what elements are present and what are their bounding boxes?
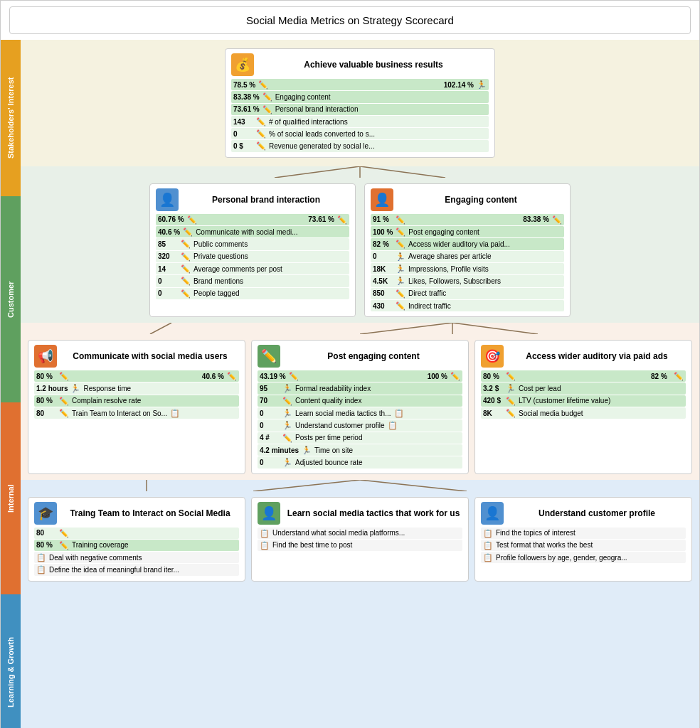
ec-icon-8: ✏️ bbox=[396, 301, 405, 311]
uc-metric-1: 📋 Find the topics of interest bbox=[481, 528, 686, 539]
ec-metric-8: 430 ✏️ Indirect traffic bbox=[371, 300, 564, 311]
pb-metric-3: 85 ✏️ Public comments bbox=[156, 238, 349, 250]
card-icon-money: 💰 bbox=[231, 53, 254, 76]
pe-metric-4: 0 🏃 Learn social media tactics th... 📋 bbox=[258, 407, 462, 419]
pe-label-2: Formal readability index bbox=[295, 384, 371, 393]
edit-icon-1a: ✏️ bbox=[258, 80, 268, 90]
card-title-row-ls: 👤 Learn social media tactics that work f… bbox=[258, 502, 462, 525]
card-title-pe: Post engaging content bbox=[285, 351, 462, 361]
ec-icon-5: 🏃 bbox=[396, 264, 405, 274]
comm-metric-3: 80 % ✏️ Complain resolve rate bbox=[34, 395, 239, 407]
card-post-engaging: ✏️ Post engaging content 43.19 % ✏️ 100 … bbox=[251, 340, 469, 473]
pb-icon-3: ✏️ bbox=[181, 239, 191, 249]
pe-metric-2: 95 🏃 Formal readability index bbox=[258, 382, 462, 394]
comm-val-3: 80 % bbox=[36, 396, 56, 405]
metric-val-3: 73.61 % bbox=[233, 105, 260, 114]
pb-val-1a: 60.76 % bbox=[158, 215, 184, 224]
connector-svg-cu-in bbox=[40, 323, 680, 334]
edit-icon-4: ✏️ bbox=[256, 117, 266, 127]
pb-icon-1b: ✏️ bbox=[337, 215, 347, 225]
pb-label-4: Private questions bbox=[193, 252, 248, 261]
band-label-customer: Customer bbox=[1, 196, 21, 402]
edit-icon-1b: 🏃 bbox=[477, 80, 487, 90]
card-access-wider: 🎯 Access wider auditory via paid ads 80 … bbox=[474, 340, 692, 473]
pe-metric-8: 0 🏃 Adjusted bounce rate bbox=[258, 456, 462, 468]
ls-doc-2: 📋 bbox=[260, 540, 270, 550]
pb-val-6: 0 bbox=[158, 277, 178, 286]
metric-row-4: 143 ✏️ # of qualified interactions bbox=[231, 116, 489, 127]
ec-icon-4: 🏃 bbox=[396, 252, 405, 262]
ls-label-2: Find the best time to post bbox=[272, 540, 352, 550]
pe-val-4: 0 bbox=[260, 409, 280, 418]
main-content: Stakeholders' Interest Customer Internal… bbox=[1, 40, 699, 728]
tr-val-1: 80 bbox=[36, 528, 56, 537]
card-learn-social: 👤 Learn social media tactics that work f… bbox=[251, 497, 469, 582]
tr-metric-3: 📋 Deal with negative comments bbox=[34, 552, 239, 563]
stakeholders-layout: 💰 Achieve valuable business results 78.5… bbox=[28, 48, 692, 158]
internal-band: 📢 Communicate with social media users 80… bbox=[21, 334, 699, 479]
card-icon-ec: 👤 bbox=[371, 188, 393, 211]
pb-metric-7: 0 ✏️ People tagged bbox=[156, 288, 349, 299]
aw-val-3: 420 $ bbox=[483, 396, 503, 405]
pb-val-7: 0 bbox=[158, 289, 178, 298]
pb-metric-6: 0 ✏️ Brand mentions bbox=[156, 275, 349, 287]
tr-label-3: Deal with negative comments bbox=[49, 553, 142, 562]
pb-val-3: 85 bbox=[158, 240, 178, 249]
band-label-stakeholders: Stakeholders' Interest bbox=[1, 40, 21, 196]
card-icon-pe: ✏️ bbox=[258, 345, 280, 368]
pb-label-2: Communicate with social medi... bbox=[196, 228, 297, 237]
comm-doc-4: 📋 bbox=[170, 408, 180, 418]
aw-icon-3: ✏️ bbox=[506, 396, 516, 406]
card-icon-uc: 👤 bbox=[481, 502, 504, 525]
connector-sk-cu bbox=[21, 166, 699, 178]
card-title-achieve: Achieve valuable business results bbox=[258, 60, 489, 70]
connector-in-le bbox=[21, 480, 699, 491]
metric-row-5: 0 ✏️ % of social leads converted to s... bbox=[231, 128, 489, 139]
card-title-row-aw: 🎯 Access wider auditory via paid ads bbox=[481, 345, 686, 368]
uc-label-1: Find the topics of interest bbox=[496, 528, 576, 537]
uc-metric-3: 📋 Profile followers by age, gender, geog… bbox=[481, 552, 686, 563]
page-title: Social Media Metrics on Strategy Scoreca… bbox=[9, 6, 691, 34]
uc-doc-2: 📋 bbox=[483, 540, 493, 550]
card-title-row-tr: 🎓 Traing Team to Interact on Social Medi… bbox=[34, 502, 239, 525]
ec-metric-3: 82 % ✏️ Access wider auditory via paid..… bbox=[371, 238, 564, 250]
pb-icon-7: ✏️ bbox=[181, 289, 191, 299]
card-title-row-comm: 📢 Communicate with social media users bbox=[34, 345, 239, 368]
comm-metric-2: 1.2 hours 🏃 Response time bbox=[34, 382, 239, 394]
pe-val-1b: 100 % bbox=[428, 372, 447, 381]
aw-icon-2: 🏃 bbox=[506, 383, 516, 393]
pb-icon-5: ✏️ bbox=[181, 264, 191, 274]
aw-val-1b: 82 % bbox=[651, 372, 671, 381]
tr-metric-2: 80 % ✏️ Training coverage bbox=[34, 540, 239, 551]
aw-metric-4: 8K ✏️ Social media budget bbox=[481, 407, 686, 419]
metric-label-3: Personal brand interaction bbox=[275, 105, 359, 114]
comm-icon-1a: ✏️ bbox=[59, 371, 69, 381]
aw-icon-1a: ✏️ bbox=[506, 371, 516, 381]
comm-label-3: Complain resolve rate bbox=[72, 396, 141, 405]
aw-val-1a: 80 % bbox=[483, 372, 503, 381]
card-title-ec: Engaging content bbox=[398, 195, 564, 205]
pb-icon-2: ✏️ bbox=[183, 227, 193, 237]
pb-metric-2: 40.6 % ✏️ Communicate with social medi..… bbox=[156, 226, 349, 237]
pb-metric-4: 320 ✏️ Private questions bbox=[156, 251, 349, 262]
pe-metric-7: 4.2 minutes 🏃 Time on site bbox=[258, 444, 462, 456]
uc-doc-3: 📋 bbox=[483, 552, 493, 562]
ec-metric-5: 18K 🏃 Impressions, Profile visits bbox=[371, 263, 564, 274]
band-labels: Stakeholders' Interest Customer Internal… bbox=[1, 40, 21, 728]
ec-val-8: 430 bbox=[373, 301, 393, 311]
pe-metric-3: 70 ✏️ Content quality index bbox=[258, 395, 462, 407]
pe-icon-1a: ✏️ bbox=[289, 371, 299, 381]
edit-icon-6: ✏️ bbox=[256, 141, 266, 151]
uc-label-2: Test format that works the best bbox=[496, 540, 593, 550]
comm-label-2: Response time bbox=[83, 384, 131, 393]
uc-doc-1: 📋 bbox=[483, 528, 493, 538]
pe-label-8: Adjusted bounce rate bbox=[295, 458, 363, 467]
aw-icon-1b: ✏️ bbox=[674, 371, 684, 381]
metric-label-6: Revenue generated by social le... bbox=[269, 141, 374, 151]
pe-doc-5: 📋 bbox=[388, 420, 398, 430]
edit-icon-5: ✏️ bbox=[256, 129, 266, 139]
metric-val-4: 143 bbox=[233, 117, 253, 127]
pe-icon-3: ✏️ bbox=[282, 396, 292, 406]
ec-label-4: Average shares per article bbox=[408, 252, 492, 261]
ec-metric-2: 100 % ✏️ Post engaging content bbox=[371, 226, 564, 237]
